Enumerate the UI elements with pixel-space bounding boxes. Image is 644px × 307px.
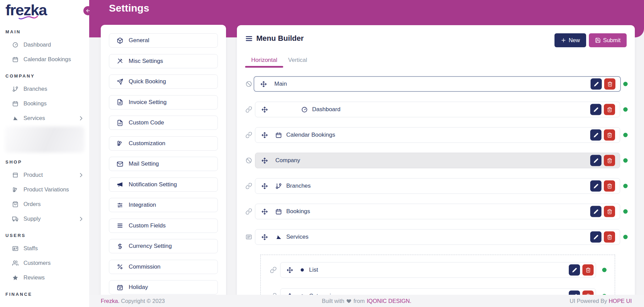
sidebar-item[interactable]: Calendar Bookings [0,52,89,67]
floppy-icon [595,37,601,43]
heart-icon [346,299,351,304]
branch-icon [275,183,282,189]
iqonic-design-link[interactable]: IQONIC DESIGN. [367,298,411,304]
pencil-icon [593,107,599,112]
sidebar-item[interactable]: Branches [0,82,89,96]
delete-button[interactable] [582,265,594,276]
submit-button[interactable]: Submit [589,33,627,47]
move-icon[interactable] [261,208,268,215]
edit-button[interactable] [569,265,580,276]
settings-menu-item[interactable]: Invoice Setting [109,95,218,109]
move-icon[interactable] [261,157,268,164]
chevron-right-icon[interactable] [78,216,84,222]
settings-menu-item[interactable]: Custom Fields [109,219,218,233]
edit-button[interactable] [591,79,602,90]
settings-menu-item[interactable]: Commission [109,260,218,274]
menu-row-label: Dashboard [312,106,340,113]
menu-row-box[interactable]: List [280,262,596,278]
sidebar-item[interactable]: Bookings [0,96,89,111]
trash-icon [607,158,612,163]
menu-row: Dashboard [237,102,635,117]
sidebar-item[interactable]: Dashboard [0,37,89,52]
pencil-icon [572,267,577,273]
menu-row-box[interactable]: Dashboard [255,102,620,117]
new-button[interactable]: New [554,33,586,47]
hope-ui-link[interactable]: HOPE UI [609,298,632,304]
sidebar-item[interactable]: Product Variations [0,182,89,197]
edit-button[interactable] [590,104,601,115]
file-code-icon [117,120,123,126]
link-icon [245,106,252,113]
delete-button[interactable] [604,181,615,192]
status-dot [623,107,628,112]
move-icon[interactable] [287,267,293,273]
footer-powered-text: UI Powered By [570,298,607,304]
settings-menu-item[interactable]: Quick Booking [109,74,218,89]
delete-button[interactable] [604,104,615,115]
sidebar-item[interactable]: Customers [0,256,89,270]
settings-menu-item[interactable]: Customization [109,136,218,151]
link-icon [245,132,252,138]
edit-button[interactable] [590,155,601,166]
move-icon[interactable] [261,106,268,113]
menu-row: Services [237,229,635,245]
trash-icon [607,183,612,189]
sidebar-item[interactable]: Reviews [0,270,89,285]
edit-button[interactable] [590,181,601,192]
edit-button[interactable] [590,130,601,141]
status-dot [623,209,628,214]
send-icon [117,79,123,85]
move-icon[interactable] [261,132,268,138]
edit-button[interactable] [590,206,601,217]
settings-menu-item[interactable]: Holiday [109,280,218,294]
delete-button[interactable] [604,206,615,217]
settings-menu-item[interactable]: Custom Code [109,116,218,130]
move-icon[interactable] [260,81,267,87]
edit-button[interactable] [590,232,601,243]
sidebar-item[interactable]: Staffs [0,241,89,256]
move-icon[interactable] [261,234,268,240]
sidebar-item[interactable]: Orders [0,197,89,211]
settings-menu-item[interactable]: Misc Settings [109,54,218,68]
idcard-icon [12,245,18,252]
footer-brand-link[interactable]: Frezka. [101,298,119,304]
sidebar-item-label: Product Variations [23,186,69,193]
logo-swoosh-icon [18,16,38,20]
collapse-sidebar-button[interactable] [83,6,93,15]
menu-row-box[interactable]: Calendar Bookings [255,127,620,143]
calendar-check-icon [117,284,123,291]
menu-row-box[interactable]: Company [255,153,620,168]
menu-row-box[interactable]: Services [255,229,620,245]
orientation-tabs: Horizontal Vertical [251,57,307,64]
menu-row-box[interactable]: Bookings [255,204,620,219]
tab-horizontal[interactable]: Horizontal [251,57,277,64]
chevron-right-icon[interactable] [78,115,84,121]
delete-button[interactable] [604,155,615,166]
move-icon[interactable] [261,183,268,189]
tab-vertical[interactable]: Vertical [288,57,307,64]
percent-icon [117,263,123,270]
chevron-right-icon[interactable] [78,172,84,178]
sidebar-item[interactable]: Services [0,111,89,125]
menu-row: Branches [237,178,635,194]
menu-row-box[interactable]: Branches [255,178,620,194]
settings-menu-card: General Misc Settings Quick Booking Invo… [101,25,226,302]
calendar-icon [12,56,18,63]
sidebar-item[interactable]: Supply [0,211,89,226]
settings-menu-item[interactable]: Integration [109,198,218,212]
menu-row-box[interactable]: Main [254,76,621,92]
sidebar-section: SHOP Product Product Variations Orders S… [0,159,89,226]
delete-button[interactable] [604,130,615,141]
menu-row: Bookings [237,204,635,219]
settings-menu-item[interactable]: Notification Setting [109,177,218,192]
pencil-icon [593,183,599,189]
pencil-icon [593,158,599,163]
settings-menu-item[interactable]: Mail Setting [109,157,218,171]
delete-button[interactable] [604,79,615,90]
sidebar-item[interactable]: Product [0,168,89,182]
delete-button[interactable] [604,232,615,243]
settings-menu-item[interactable]: General [109,33,218,48]
settings-menu-item[interactable]: Currency Setting [109,239,218,253]
settings-menu-item-label: Commission [129,263,161,270]
menu-row-label: Bookings [286,208,310,215]
